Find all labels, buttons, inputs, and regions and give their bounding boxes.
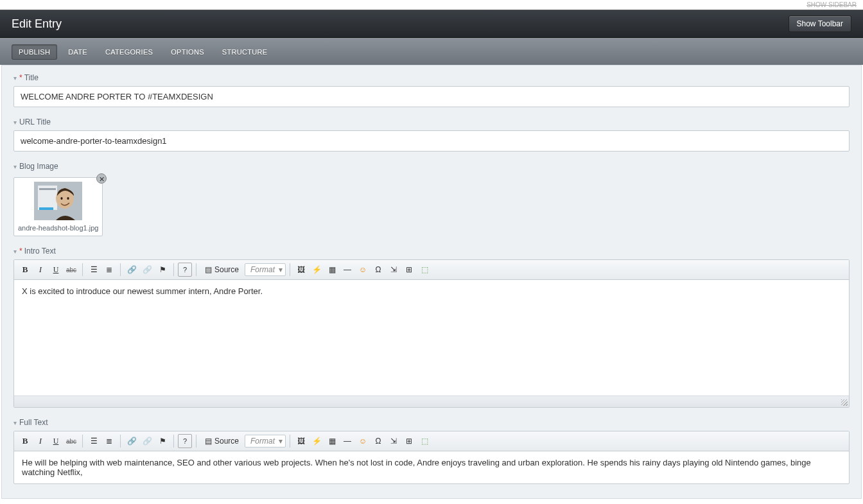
smiley-icon[interactable]: ☺ [356,263,370,277]
field-title: ▾ * Title [13,65,850,110]
collapse-icon[interactable]: ▾ [13,163,17,170]
help-icon[interactable]: ? [178,434,192,448]
intro-text-label: ▾ * Intro Text [13,247,850,256]
bold-icon[interactable]: B [18,434,32,448]
title-label: ▾ * Title [13,73,850,82]
intro-text-area[interactable]: X is excited to introduce our newest sum… [14,280,849,395]
format-select[interactable]: Format [245,263,286,276]
ordered-list-icon[interactable]: ☰ [87,434,101,448]
tab-bar: PUBLISH DATE CATEGORIES OPTIONS STRUCTUR… [0,38,863,65]
italic-icon[interactable]: I [33,434,48,448]
field-intro-text: ▾ * Intro Text B I U abc ☰ ≣ 🔗 🔗 ⚑ ? ▤So… [13,239,850,410]
svg-point-6 [67,197,69,200]
link-icon[interactable]: 🔗 [125,263,139,277]
image-icon[interactable]: 🖼 [294,434,308,448]
unordered-list-icon[interactable]: ≣ [102,263,116,277]
full-text-label: ▾ Full Text [13,418,850,427]
rte-toolbar: B I U abc ☰ ≣ 🔗 🔗 ⚑ ? ▤Source Format 🖼 ⚡ [14,260,849,280]
specialchar-icon[interactable]: Ω [371,434,385,448]
help-icon[interactable]: ? [178,263,192,277]
tab-publish[interactable]: PUBLISH [12,44,57,60]
iframe-icon[interactable]: ⊞ [402,263,416,277]
iframe-icon[interactable]: ⊞ [402,434,416,448]
source-icon: ▤ [205,437,212,446]
rte-toolbar: B I U abc ☰ ≣ 🔗 🔗 ⚑ ? ▤Source Format 🖼 ⚡ [14,431,849,451]
collapse-icon[interactable]: ▾ [13,74,17,82]
blog-image-label: ▾ Blog Image [13,162,850,171]
full-text-area[interactable]: He will be helping with web maintenance,… [14,451,849,483]
tab-structure[interactable]: STRUCTURE [215,44,275,60]
underline-icon[interactable]: U [49,263,63,277]
hr-icon[interactable]: — [340,434,354,448]
field-full-text: ▾ Full Text B I U abc ☰ ≣ 🔗 🔗 ⚑ ? ▤Sourc… [13,410,850,487]
format-select[interactable]: Format [245,435,286,448]
tab-date[interactable]: DATE [61,44,94,60]
embed-icon[interactable]: ⬚ [417,263,432,277]
collapse-icon[interactable]: ▾ [13,419,17,426]
pagebreak-icon[interactable]: ⇲ [387,434,401,448]
image-card[interactable]: ✕ andre-headshot-blog1.jpg [13,177,103,236]
page-header: Edit Entry Show Toolbar [0,10,863,38]
url-title-input[interactable] [13,130,850,152]
show-sidebar-link[interactable]: SHOW SIDEBAR [0,0,863,10]
image-icon[interactable]: 🖼 [294,263,308,277]
url-title-label: ▾ URL Title [13,117,850,126]
collapse-icon[interactable]: ▾ [13,248,17,255]
ordered-list-icon[interactable]: ☰ [87,263,101,277]
italic-icon[interactable]: I [33,263,48,277]
anchor-icon[interactable]: ⚑ [155,434,170,448]
image-filename: andre-headshot-blog1.jpg [18,224,98,232]
svg-rect-2 [39,188,56,190]
link-icon[interactable]: 🔗 [125,434,139,448]
svg-rect-3 [39,207,53,210]
field-url-title: ▾ URL Title [13,110,850,154]
unlink-icon[interactable]: 🔗 [140,434,154,448]
strikethrough-icon[interactable]: abc [64,434,78,448]
intro-text-editor: B I U abc ☰ ≣ 🔗 🔗 ⚑ ? ▤Source Format 🖼 ⚡ [13,259,850,408]
anchor-icon[interactable]: ⚑ [155,263,170,277]
strikethrough-icon[interactable]: abc [64,263,78,277]
flash-icon[interactable]: ⚡ [309,434,324,448]
content-panel: ▾ * Title ▾ URL Title ▾ Blog Image ✕ [1,65,862,499]
flash-icon[interactable]: ⚡ [309,263,324,277]
full-text-editor: B I U abc ☰ ≣ 🔗 🔗 ⚑ ? ▤Source Format 🖼 ⚡ [13,431,850,484]
underline-icon[interactable]: U [49,434,63,448]
resize-handle[interactable] [14,395,849,407]
svg-point-5 [61,197,63,200]
specialchar-icon[interactable]: Ω [371,263,385,277]
tab-options[interactable]: OPTIONS [164,44,211,60]
pagebreak-icon[interactable]: ⇲ [387,263,401,277]
unordered-list-icon[interactable]: ≣ [102,434,116,448]
tab-categories[interactable]: CATEGORIES [98,44,160,60]
remove-image-icon[interactable]: ✕ [96,173,107,184]
source-button[interactable]: ▤Source [200,263,243,276]
hr-icon[interactable]: — [340,263,354,277]
collapse-icon[interactable]: ▾ [13,119,17,126]
bold-icon[interactable]: B [18,263,32,277]
source-button[interactable]: ▤Source [200,435,243,448]
required-marker: * [19,247,22,256]
table-icon[interactable]: ▦ [325,434,339,448]
unlink-icon[interactable]: 🔗 [140,263,154,277]
field-blog-image: ▾ Blog Image ✕ andre-headshot- [13,154,850,239]
smiley-icon[interactable]: ☺ [356,434,370,448]
page-title: Edit Entry [12,17,62,31]
image-thumbnail [34,182,82,220]
table-icon[interactable]: ▦ [325,263,339,277]
embed-icon[interactable]: ⬚ [417,434,432,448]
show-toolbar-button[interactable]: Show Toolbar [789,15,852,32]
title-input[interactable] [13,86,850,107]
source-icon: ▤ [205,265,212,274]
required-marker: * [19,73,22,82]
